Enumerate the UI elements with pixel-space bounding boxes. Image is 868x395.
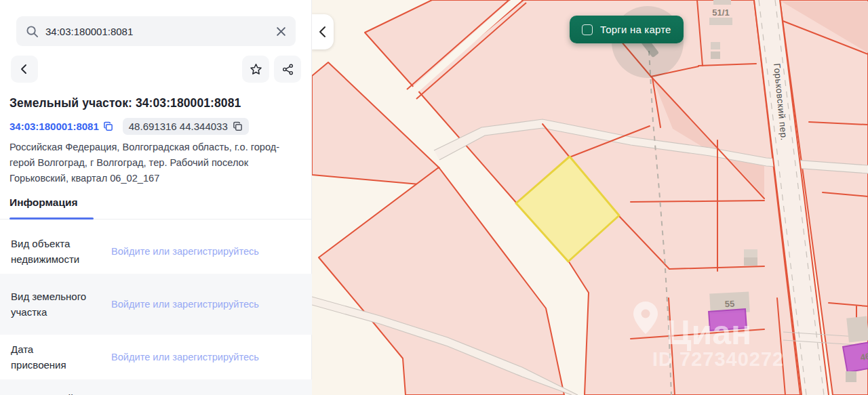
share-button[interactable]: [274, 56, 301, 83]
auth-link[interactable]: Войдите или зарегистрируйтесь: [111, 299, 259, 310]
row-label: Дата присвоения: [11, 341, 91, 373]
torgi-checkbox[interactable]: [582, 24, 593, 35]
row-label: Вид земельного участка: [11, 289, 91, 320]
copy-icon[interactable]: [233, 121, 243, 131]
info-row-assignment-date: Дата присвоения Войдите или зарегистриру…: [0, 335, 312, 379]
object-chips: 34:03:180001:8081 48.691316 44.344033: [9, 118, 249, 135]
info-row-object-type: Вид объекта недвижимости Войдите или зар…: [0, 229, 312, 274]
back-button[interactable]: [11, 56, 38, 83]
auth-link[interactable]: Войдите или зарегистрируйтесь: [111, 246, 259, 257]
auth-link[interactable]: Войдите или зарегистрируйтесь: [111, 352, 259, 362]
cadastral-map-app: Земельный участок: 34:03:180001:8081 34:…: [0, 0, 868, 395]
star-icon: [249, 62, 263, 77]
cadastral-number-text: 34:03:180001:8081: [9, 121, 99, 132]
sidebar: Земельный участок: 34:03:180001:8081 34:…: [0, 0, 312, 395]
cadastral-number-link[interactable]: 34:03:180001:8081: [9, 121, 113, 132]
favorite-button[interactable]: [242, 56, 269, 83]
active-tab-underline: [9, 217, 94, 220]
search-icon: [26, 25, 39, 38]
cadastral-map-svg: 51/1 55 46 Горьковский пер. Циан ID 7273…: [312, 0, 868, 395]
row-label: Вид объекта недвижимости: [11, 236, 91, 267]
parcel-label-51: 51/1: [712, 7, 729, 18]
search-input[interactable]: [45, 26, 269, 37]
tab-bar: Информация: [0, 194, 312, 220]
coordinates-text: 48.691316 44.344033: [129, 121, 228, 132]
search-bar[interactable]: [16, 16, 296, 46]
id-watermark-text: ID 727340272: [652, 348, 784, 370]
cian-watermark-text: Циан: [667, 314, 751, 352]
chevron-left-icon: [318, 25, 327, 39]
clear-search-icon[interactable]: [276, 26, 286, 37]
tab-information[interactable]: Информация: [9, 196, 78, 218]
info-row-cadastral: Кадастровый: [0, 379, 312, 395]
object-toolbar: [11, 56, 301, 83]
row-label: Кадастровый: [11, 390, 91, 395]
share-icon: [281, 63, 294, 76]
info-rows: Вид объекта недвижимости Войдите или зар…: [0, 229, 312, 395]
map-canvas[interactable]: 51/1 55 46 Горьковский пер. Циан ID 7273…: [312, 0, 868, 395]
info-row-land-type: Вид земельного участка Войдите или зарег…: [0, 274, 312, 335]
torgi-toggle-button[interactable]: Торги на карте: [570, 16, 684, 43]
object-address: Российская Федерация, Волгоградская обла…: [9, 140, 294, 186]
house-label-46: 46: [859, 351, 868, 362]
copy-icon[interactable]: [103, 121, 113, 131]
house-label-55: 55: [724, 299, 734, 310]
coordinates-pill[interactable]: 48.691316 44.344033: [123, 118, 249, 135]
torgi-label: Торги на карте: [600, 24, 671, 35]
collapse-sidebar-button[interactable]: [312, 14, 334, 49]
page-title: Земельный участок: 34:03:180001:8081: [9, 96, 302, 110]
